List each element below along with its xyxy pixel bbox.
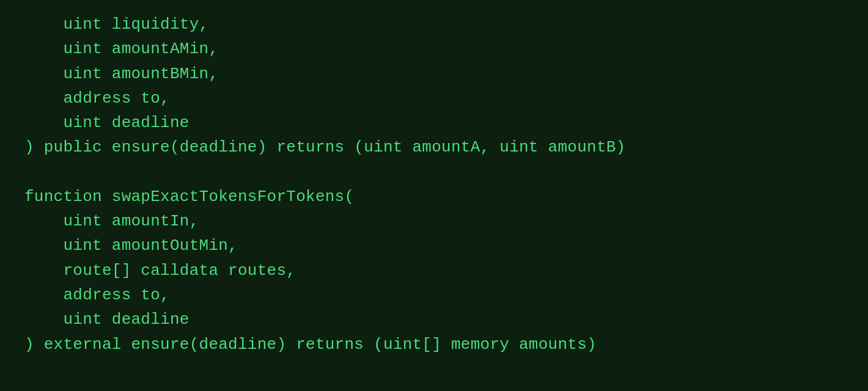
code-line-8: uint amountIn, — [24, 209, 844, 233]
code-viewer: uint liquidity, uint amountAMin, uint am… — [0, 0, 868, 391]
code-line-11: address to, — [24, 283, 844, 307]
code-line-10: route[] calldata routes, — [24, 258, 844, 283]
code-line-13: ) external ensure(deadline) returns (uin… — [24, 332, 844, 357]
code-line-3: uint amountBMin, — [24, 62, 844, 86]
code-line-5: uint deadline — [24, 111, 844, 135]
code-line-empty — [24, 160, 844, 185]
code-line-1: uint liquidity, — [24, 12, 844, 37]
code-line-4: address to, — [24, 86, 844, 111]
code-line-7: function swapExactTokensForTokens( — [24, 185, 844, 209]
code-line-9: uint amountOutMin, — [24, 233, 844, 258]
code-line-6: ) public ensure(deadline) returns (uint … — [24, 135, 844, 159]
code-line-12: uint deadline — [24, 307, 844, 332]
code-line-2: uint amountAMin, — [24, 37, 844, 61]
